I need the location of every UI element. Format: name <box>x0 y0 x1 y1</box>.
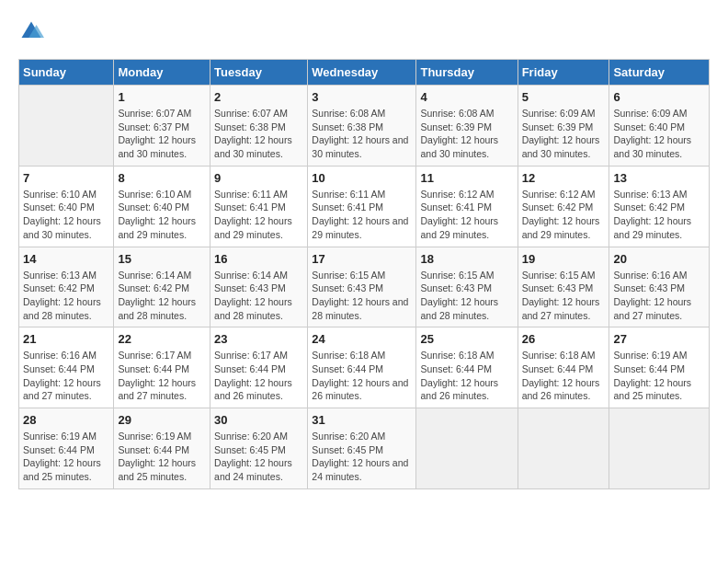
day-info: Sunrise: 6:18 AMSunset: 6:44 PMDaylight:… <box>420 349 513 403</box>
calendar-cell: 25 Sunrise: 6:18 AMSunset: 6:44 PMDaylig… <box>416 327 518 408</box>
day-info: Sunrise: 6:15 AMSunset: 6:43 PMDaylight:… <box>312 269 412 323</box>
day-info: Sunrise: 6:11 AMSunset: 6:41 PMDaylight:… <box>312 188 412 242</box>
day-number: 11 <box>420 171 513 185</box>
day-number: 14 <box>23 252 109 266</box>
day-info: Sunrise: 6:15 AMSunset: 6:43 PMDaylight:… <box>522 269 606 323</box>
day-info: Sunrise: 6:07 AMSunset: 6:37 PMDaylight:… <box>118 107 206 161</box>
header <box>18 18 710 44</box>
day-number: 30 <box>214 413 303 427</box>
day-number: 31 <box>312 413 412 427</box>
calendar-cell: 24 Sunrise: 6:18 AMSunset: 6:44 PMDaylig… <box>308 327 416 408</box>
day-number: 2 <box>214 90 303 104</box>
calendar-cell: 10 Sunrise: 6:11 AMSunset: 6:41 PMDaylig… <box>308 166 416 247</box>
header-cell-thursday: Thursday <box>416 60 518 86</box>
header-cell-tuesday: Tuesday <box>210 60 308 86</box>
calendar-cell: 20 Sunrise: 6:16 AMSunset: 6:43 PMDaylig… <box>609 247 710 327</box>
calendar-cell: 16 Sunrise: 6:14 AMSunset: 6:43 PMDaylig… <box>210 247 308 327</box>
calendar-cell: 23 Sunrise: 6:17 AMSunset: 6:44 PMDaylig… <box>210 327 308 408</box>
day-info: Sunrise: 6:19 AMSunset: 6:44 PMDaylight:… <box>23 430 109 484</box>
calendar-cell: 4 Sunrise: 6:08 AMSunset: 6:39 PMDayligh… <box>416 86 518 167</box>
week-row-0: 1 Sunrise: 6:07 AMSunset: 6:37 PMDayligh… <box>19 86 710 167</box>
day-number: 28 <box>23 413 109 427</box>
day-info: Sunrise: 6:17 AMSunset: 6:44 PMDaylight:… <box>118 349 206 403</box>
day-number: 12 <box>522 171 606 185</box>
header-cell-friday: Friday <box>518 60 609 86</box>
calendar-cell <box>416 408 518 489</box>
day-number: 15 <box>118 252 206 266</box>
day-info: Sunrise: 6:08 AMSunset: 6:39 PMDaylight:… <box>420 107 513 161</box>
calendar-cell: 8 Sunrise: 6:10 AMSunset: 6:40 PMDayligh… <box>114 166 210 247</box>
calendar-cell: 18 Sunrise: 6:15 AMSunset: 6:43 PMDaylig… <box>416 247 518 327</box>
week-row-1: 7 Sunrise: 6:10 AMSunset: 6:40 PMDayligh… <box>19 166 710 247</box>
day-info: Sunrise: 6:19 AMSunset: 6:44 PMDaylight:… <box>118 430 206 484</box>
day-number: 13 <box>613 171 705 185</box>
day-number: 25 <box>420 332 513 346</box>
day-number: 29 <box>118 413 206 427</box>
day-info: Sunrise: 6:20 AMSunset: 6:45 PMDaylight:… <box>312 430 412 484</box>
calendar-cell: 21 Sunrise: 6:16 AMSunset: 6:44 PMDaylig… <box>19 327 114 408</box>
calendar-cell: 19 Sunrise: 6:15 AMSunset: 6:43 PMDaylig… <box>518 247 609 327</box>
calendar-cell: 31 Sunrise: 6:20 AMSunset: 6:45 PMDaylig… <box>308 408 416 489</box>
day-number: 1 <box>118 90 206 104</box>
day-info: Sunrise: 6:11 AMSunset: 6:41 PMDaylight:… <box>214 188 303 242</box>
day-info: Sunrise: 6:09 AMSunset: 6:39 PMDaylight:… <box>522 107 606 161</box>
logo <box>18 18 48 44</box>
logo-icon <box>18 18 44 44</box>
header-cell-saturday: Saturday <box>609 60 710 86</box>
day-number: 19 <box>522 252 606 266</box>
calendar-cell <box>609 408 710 489</box>
day-number: 26 <box>522 332 606 346</box>
day-info: Sunrise: 6:15 AMSunset: 6:43 PMDaylight:… <box>420 269 513 323</box>
day-info: Sunrise: 6:10 AMSunset: 6:40 PMDaylight:… <box>23 188 109 242</box>
day-number: 17 <box>312 252 412 266</box>
calendar-cell: 13 Sunrise: 6:13 AMSunset: 6:42 PMDaylig… <box>609 166 710 247</box>
day-number: 27 <box>613 332 705 346</box>
day-info: Sunrise: 6:20 AMSunset: 6:45 PMDaylight:… <box>214 430 303 484</box>
day-info: Sunrise: 6:13 AMSunset: 6:42 PMDaylight:… <box>23 269 109 323</box>
day-number: 20 <box>613 252 705 266</box>
day-info: Sunrise: 6:10 AMSunset: 6:40 PMDaylight:… <box>118 188 206 242</box>
day-number: 10 <box>312 171 412 185</box>
day-number: 22 <box>118 332 206 346</box>
calendar-cell <box>19 86 114 167</box>
day-info: Sunrise: 6:18 AMSunset: 6:44 PMDaylight:… <box>522 349 606 403</box>
day-number: 9 <box>214 171 303 185</box>
week-row-2: 14 Sunrise: 6:13 AMSunset: 6:42 PMDaylig… <box>19 247 710 327</box>
day-info: Sunrise: 6:18 AMSunset: 6:44 PMDaylight:… <box>312 349 412 403</box>
calendar-cell: 27 Sunrise: 6:19 AMSunset: 6:44 PMDaylig… <box>609 327 710 408</box>
header-cell-wednesday: Wednesday <box>308 60 416 86</box>
day-info: Sunrise: 6:14 AMSunset: 6:42 PMDaylight:… <box>118 269 206 323</box>
day-info: Sunrise: 6:13 AMSunset: 6:42 PMDaylight:… <box>613 188 705 242</box>
calendar-table: SundayMondayTuesdayWednesdayThursdayFrid… <box>18 59 710 489</box>
calendar-cell: 14 Sunrise: 6:13 AMSunset: 6:42 PMDaylig… <box>19 247 114 327</box>
calendar-cell: 22 Sunrise: 6:17 AMSunset: 6:44 PMDaylig… <box>114 327 210 408</box>
day-info: Sunrise: 6:14 AMSunset: 6:43 PMDaylight:… <box>214 269 303 323</box>
day-number: 7 <box>23 171 109 185</box>
day-info: Sunrise: 6:08 AMSunset: 6:38 PMDaylight:… <box>312 107 412 161</box>
calendar-cell: 30 Sunrise: 6:20 AMSunset: 6:45 PMDaylig… <box>210 408 308 489</box>
week-row-4: 28 Sunrise: 6:19 AMSunset: 6:44 PMDaylig… <box>19 408 710 489</box>
day-number: 5 <box>522 90 606 104</box>
day-number: 21 <box>23 332 109 346</box>
day-number: 6 <box>613 90 705 104</box>
calendar-cell: 6 Sunrise: 6:09 AMSunset: 6:40 PMDayligh… <box>609 86 710 167</box>
calendar-cell: 2 Sunrise: 6:07 AMSunset: 6:38 PMDayligh… <box>210 86 308 167</box>
day-info: Sunrise: 6:12 AMSunset: 6:42 PMDaylight:… <box>522 188 606 242</box>
calendar-cell: 3 Sunrise: 6:08 AMSunset: 6:38 PMDayligh… <box>308 86 416 167</box>
header-cell-monday: Monday <box>114 60 210 86</box>
calendar-cell: 17 Sunrise: 6:15 AMSunset: 6:43 PMDaylig… <box>308 247 416 327</box>
calendar-cell <box>518 408 609 489</box>
week-row-3: 21 Sunrise: 6:16 AMSunset: 6:44 PMDaylig… <box>19 327 710 408</box>
day-number: 4 <box>420 90 513 104</box>
calendar-cell: 7 Sunrise: 6:10 AMSunset: 6:40 PMDayligh… <box>19 166 114 247</box>
day-number: 24 <box>312 332 412 346</box>
day-number: 16 <box>214 252 303 266</box>
day-info: Sunrise: 6:16 AMSunset: 6:44 PMDaylight:… <box>23 349 109 403</box>
day-number: 3 <box>312 90 412 104</box>
day-number: 18 <box>420 252 513 266</box>
calendar-cell: 28 Sunrise: 6:19 AMSunset: 6:44 PMDaylig… <box>19 408 114 489</box>
calendar-cell: 9 Sunrise: 6:11 AMSunset: 6:41 PMDayligh… <box>210 166 308 247</box>
calendar-cell: 12 Sunrise: 6:12 AMSunset: 6:42 PMDaylig… <box>518 166 609 247</box>
calendar-cell: 11 Sunrise: 6:12 AMSunset: 6:41 PMDaylig… <box>416 166 518 247</box>
day-info: Sunrise: 6:12 AMSunset: 6:41 PMDaylight:… <box>420 188 513 242</box>
